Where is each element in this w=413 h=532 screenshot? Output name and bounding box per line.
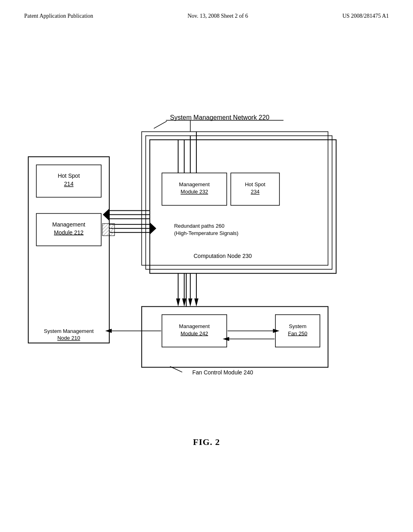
svg-text:Fan 250: Fan 250: [288, 330, 307, 337]
page-header: Patent Application Publication Nov. 13, …: [0, 0, 413, 19]
svg-text:Module 232: Module 232: [181, 189, 208, 195]
svg-text:Computation Node 230: Computation Node 230: [194, 253, 252, 259]
svg-rect-45: [142, 307, 328, 368]
svg-text:214: 214: [64, 181, 74, 187]
svg-line-1: [154, 121, 167, 129]
caption-text: FIG. 2: [193, 437, 220, 447]
header-center: Nov. 13, 2008 Sheet 2 of 6: [188, 13, 248, 19]
diagram-area: System Management Network 220 Hot Spot 2…: [24, 89, 389, 411]
svg-marker-26: [150, 222, 156, 235]
svg-text:Module 242: Module 242: [181, 330, 208, 337]
header-left: Patent Application Publication: [24, 13, 93, 19]
svg-text:System: System: [289, 323, 307, 329]
svg-text:Redundant paths 260: Redundant paths 260: [174, 223, 225, 229]
svg-rect-11: [142, 132, 328, 265]
header-right: US 2008/281475 A1: [342, 13, 389, 19]
svg-text:Management: Management: [179, 323, 210, 329]
svg-text:Fan Control Module 240: Fan Control Module 240: [192, 369, 253, 376]
svg-marker-55: [273, 329, 280, 333]
svg-rect-31: [102, 224, 115, 236]
svg-text:234: 234: [251, 189, 260, 195]
svg-marker-40: [194, 299, 198, 307]
patent-diagram: System Management Network 220 Hot Spot 2…: [24, 89, 389, 411]
figure-caption: FIG. 2: [0, 437, 413, 447]
svg-text:System Management: System Management: [44, 328, 94, 334]
svg-text:Node 210: Node 210: [57, 335, 80, 341]
svg-text:(High-Temperature Signals): (High-Temperature Signals): [174, 230, 239, 236]
svg-marker-57: [223, 337, 229, 341]
svg-text:System Management Network 220: System Management Network 220: [170, 114, 269, 121]
svg-text:Hot Spot: Hot Spot: [58, 172, 80, 179]
svg-text:Hot Spot: Hot Spot: [245, 181, 265, 187]
svg-marker-59: [105, 329, 112, 333]
svg-marker-39: [188, 299, 192, 307]
svg-text:Management: Management: [52, 221, 85, 228]
svg-marker-38: [182, 299, 186, 307]
svg-text:Management: Management: [179, 181, 210, 187]
svg-marker-30: [103, 209, 109, 221]
svg-rect-12: [146, 136, 332, 269]
svg-text:Module 212: Module 212: [54, 229, 84, 236]
svg-marker-37: [176, 299, 180, 307]
